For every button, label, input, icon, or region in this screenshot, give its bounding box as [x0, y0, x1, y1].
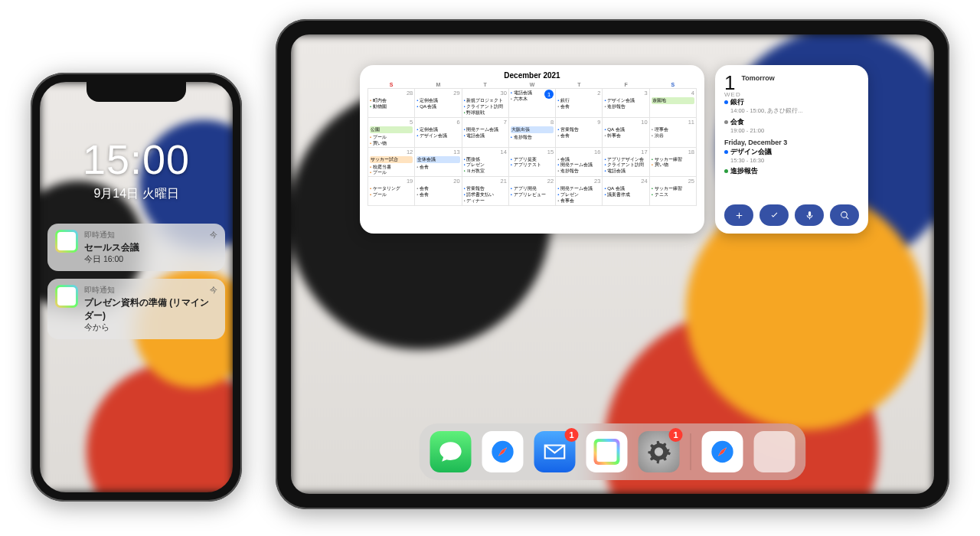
dock-recent-safari[interactable]: [702, 431, 743, 472]
cal-event: プール: [370, 169, 413, 175]
cal-cell[interactable]: 4遊園地: [649, 89, 696, 118]
cal-date-number: 29: [416, 90, 459, 96]
cal-cell[interactable]: 6定例会議デザイン会議: [415, 118, 462, 148]
cal-event: 進捗報告: [604, 103, 647, 109]
cal-event: 町内会: [370, 97, 413, 103]
cal-cell[interactable]: 3デザイン会議進捗報告: [603, 89, 649, 118]
lock-time: 15:00: [40, 136, 233, 183]
widgets-row: December 2021 SMTWTFS28町内会動物園29定例会議QA 会議…: [360, 65, 868, 234]
cal-cell[interactable]: 8大阪出張進捗報告: [508, 118, 555, 148]
cal-cell[interactable]: 29定例会議QA 会議: [415, 89, 462, 118]
cal-cell[interactable]: 12サッカー試合校庭当番プール: [368, 147, 415, 177]
cal-cell[interactable]: 18サッカー練習買い物: [649, 147, 696, 177]
cal-date-number: 21: [464, 178, 507, 185]
cal-event: 電話会議: [511, 90, 544, 96]
cal-event: 定例会議: [416, 97, 459, 103]
cal-date-number: 6: [416, 119, 459, 126]
notification-title: セールス会議: [84, 241, 217, 254]
cal-cell[interactable]: 25サッカー練習テニス: [649, 177, 696, 206]
cal-cell[interactable]: 10QA 会議幹事会: [603, 118, 649, 148]
cal-date-number: 5: [370, 119, 413, 126]
cal-cell[interactable]: 17アプリデザイン会クライアント訪問電話会議: [603, 147, 649, 177]
dock-app-calendar[interactable]: [586, 431, 628, 472]
cal-cell[interactable]: 14面接係プレゼンヨガ教室: [462, 147, 508, 177]
cal-cell[interactable]: 24QA 会議議案書作成: [603, 177, 649, 206]
notification-time: 今: [210, 230, 217, 240]
cal-cell[interactable]: 19ケータリングプール: [368, 177, 415, 206]
cal-event: 会食: [416, 185, 459, 191]
cal-cell[interactable]: 23開発チーム会議プレゼン食事会: [556, 177, 603, 206]
cal-cell[interactable]: 28町内会動物園: [368, 89, 415, 118]
cal-event: 電話会議: [464, 132, 507, 139]
calendar-month-widget[interactable]: December 2021 SMTWTFS28町内会動物園29定例会議QA 会議…: [360, 65, 704, 234]
cal-allday-event: 公園: [370, 126, 413, 133]
dock-app-safari[interactable]: [482, 431, 524, 472]
cal-date-number: 13: [416, 149, 459, 155]
agenda-item-sub: 19:00 - 21:00: [730, 127, 859, 134]
cal-event: クライアント訪問: [464, 103, 507, 109]
cal-cell[interactable]: 9営業報告会食: [556, 118, 603, 148]
cal-cell[interactable]: 13全休会議会食: [415, 147, 462, 177]
agenda-add-button[interactable]: [724, 204, 753, 226]
cal-date-number: 25: [652, 178, 694, 185]
dock-app-library[interactable]: [754, 431, 795, 472]
dock-app-mail[interactable]: 1: [534, 431, 576, 472]
notification-card[interactable]: 即時通知今 セールス会議 今日 16:00: [47, 224, 225, 271]
agenda-widget[interactable]: 1 Tomorrow WED 銀行 14:00 - 15:00, あさひ銀行..…: [715, 65, 868, 234]
cal-event: QA 会議: [604, 126, 647, 132]
dock-app-settings[interactable]: 1: [639, 431, 680, 472]
cal-event: 請求書支払い: [464, 191, 507, 198]
notification-app-label: 即時通知: [84, 230, 115, 240]
ipad-dock: 1 1: [420, 423, 806, 480]
cal-cell[interactable]: 5公園プール買い物: [368, 118, 415, 148]
cal-date-number: 16: [557, 149, 600, 155]
cal-date-number: 22: [511, 178, 554, 185]
cal-day-header: S: [368, 81, 415, 89]
notification-app-icon: [55, 285, 78, 308]
cal-event: デザイン会議: [604, 97, 647, 103]
agenda-item[interactable]: 銀行 14:00 - 15:00, あさひ銀行...: [724, 98, 859, 115]
cal-day-header: M: [415, 81, 462, 89]
cal-event: 幹事会: [604, 132, 647, 139]
notification-title: プレゼン資料の準備 (リマインダー): [84, 296, 217, 322]
cal-day-header: S: [649, 81, 696, 89]
cal-cell[interactable]: 21営業報告請求書支払いディナー: [462, 177, 508, 206]
agenda-item-title: 進捗報告: [730, 167, 859, 176]
cal-cell[interactable]: 20会食会食: [415, 177, 462, 206]
notification-app-icon: [55, 230, 78, 253]
cal-date-number: 17: [604, 149, 647, 155]
cal-cell[interactable]: 1電話会議六本木: [508, 89, 555, 118]
cal-event: プレゼン: [464, 162, 507, 168]
agenda-item[interactable]: 進捗報告: [724, 167, 859, 176]
dock-app-messages[interactable]: [430, 431, 472, 472]
cal-event: サッカー練習: [652, 156, 694, 162]
agenda-search-button[interactable]: [830, 204, 859, 226]
cal-event: 会食: [557, 132, 600, 139]
cal-date-number: 7: [464, 119, 507, 126]
cal-date-number: 15: [511, 149, 554, 155]
cal-cell[interactable]: 16会議開発チーム会議進捗報告: [556, 147, 603, 177]
iphone-screen: 15:00 9月14日 火曜日 即時通知今 セールス会議 今日 16:00 即時…: [40, 82, 233, 492]
agenda-item[interactable]: デザイン会議 15:30 - 16:30: [724, 148, 859, 164]
cal-date-number: 2: [557, 90, 600, 96]
cal-event: アプリ開発: [511, 185, 554, 191]
notification-card[interactable]: 即時通知今 プレゼン資料の準備 (リマインダー) 今から: [47, 279, 225, 339]
cal-event: プール: [370, 191, 413, 198]
cal-cell[interactable]: 15アプリ提案アプリテスト: [508, 147, 555, 177]
ipad-screen: December 2021 SMTWTFS28町内会動物園29定例会議QA 会議…: [291, 34, 934, 494]
dock-separator: [691, 433, 691, 470]
agenda-item[interactable]: 会食 19:00 - 21:00: [724, 118, 859, 134]
agenda-mic-button[interactable]: [795, 204, 824, 226]
cal-cell[interactable]: 7開発チーム会議電話会議: [462, 118, 508, 148]
agenda-check-button[interactable]: [760, 204, 789, 226]
cal-cell[interactable]: 2銀行会食: [556, 89, 603, 118]
cal-event: 渋谷: [652, 132, 694, 139]
cal-date-number: 3: [604, 90, 647, 96]
cal-cell[interactable]: 11理事会渋谷: [649, 118, 696, 148]
cal-date-number: 10: [604, 119, 647, 126]
cal-event: 会議: [557, 156, 600, 162]
lock-date: 9月14日 火曜日: [40, 186, 233, 202]
cal-day-header: T: [462, 81, 508, 89]
cal-cell[interactable]: 30新規プロジェクトクライアント訪問野球観戦: [462, 89, 508, 118]
cal-cell[interactable]: 22アプリ開発アプリレビュー: [508, 177, 555, 206]
